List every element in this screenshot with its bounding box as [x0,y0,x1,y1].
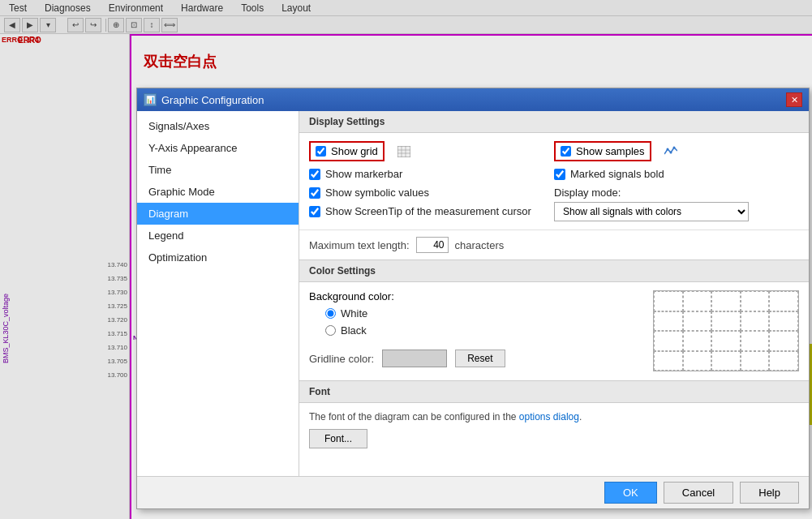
nav-graphic-mode[interactable]: Graphic Mode [137,181,299,203]
show-screentip-label[interactable]: Show ScreenTip of the measurement cursor [325,205,531,217]
dialog-icon: 📊 [144,93,157,106]
help-button[interactable]: Help [740,482,799,504]
marked-signals-checkbox[interactable] [554,169,565,180]
dialog-body: Signals/Axes Y-Axis Appearance Time Grap… [137,111,809,476]
settings-col-left: Show grid [309,141,554,221]
radio-group: White Black [325,307,637,337]
preview-cell [683,311,712,332]
svg-point-6 [669,151,672,153]
white-label[interactable]: White [341,307,367,320]
nav-diagram[interactable]: Diagram [137,203,299,225]
dialog-title-left: 📊 Graphic Configuration [144,93,264,106]
show-markerbar-checkbox[interactable] [309,169,320,180]
svg-point-5 [666,148,668,150]
preview-cell [741,291,770,311]
nav-y-axis[interactable]: Y-Axis Appearance [137,137,299,159]
dialog-titlebar: 📊 Graphic Configuration ✕ [137,88,809,111]
dialog-close-button[interactable]: ✕ [786,92,802,107]
show-grid-label[interactable]: Show grid [331,145,378,157]
show-samples-row: Show samples [554,141,799,161]
show-grid-row: Show grid [309,141,554,161]
show-symbolic-row: Show symbolic values [309,187,554,199]
preview-cell [711,331,741,351]
preview-cell [711,351,741,371]
svg-point-7 [672,146,675,148]
preview-cell [654,311,683,332]
preview-cell [683,331,712,351]
show-grid-checkbox[interactable] [316,146,326,157]
dialog-right-content: Display Settings Show grid [299,111,809,476]
graphic-config-dialog: 📊 Graphic Configuration ✕ Signals/Axes Y… [136,88,810,509]
svg-rect-0 [397,146,410,157]
display-settings-grid: Show grid [299,133,809,229]
show-grid-highlighted: Show grid [309,141,385,161]
preview-cell [683,291,712,311]
nav-legend[interactable]: Legend [137,225,299,247]
preview-cell [711,291,741,311]
nav-time[interactable]: Time [137,159,299,181]
bg-color-row: Background color: [309,290,637,302]
max-text-unit: characters [455,239,505,251]
nav-signals-axes[interactable]: Signals/Axes [137,115,299,137]
show-screentip-checkbox[interactable] [309,206,320,217]
dialog-nav: Signals/Axes Y-Axis Appearance Time Grap… [137,111,299,476]
reset-button[interactable]: Reset [455,350,505,367]
display-mode-section: Display mode: Show all signals with colo… [554,187,799,221]
show-samples-label[interactable]: Show samples [576,145,645,157]
font-description: The font of the diagram can be configure… [309,411,799,422]
color-options: Background color: White Black Grid [309,290,637,372]
nav-optimization[interactable]: Optimization [137,247,299,268]
black-radio-row: Black [325,324,637,337]
color-settings-body: Background color: White Black Grid [299,282,809,380]
display-mode-label: Display mode: [554,187,799,199]
preview-cell [741,331,770,351]
preview-cell [654,291,683,311]
gridline-color-swatch[interactable] [382,350,447,367]
bg-color-label: Background color: [309,290,394,302]
font-header: Font [299,380,809,403]
color-settings-header: Color Settings [299,260,809,282]
show-symbolic-checkbox[interactable] [309,187,320,199]
font-body: The font of the diagram can be configure… [299,403,809,457]
preview-cell [654,351,683,371]
preview-cell [769,331,798,351]
show-samples-highlighted: Show samples [554,141,651,161]
samples-icon [663,145,679,158]
preview-cell [769,351,798,371]
dialog-title: Graphic Configuration [161,94,264,106]
preview-cell [769,311,798,332]
max-text-input[interactable] [416,237,449,253]
white-radio[interactable] [325,308,336,319]
preview-cell [769,291,798,311]
preview-grid [653,290,799,371]
marked-signals-row: Marked signals bold [554,168,799,180]
show-symbolic-label[interactable]: Show symbolic values [325,187,429,199]
preview-cell [741,351,770,371]
show-markerbar-row: Show markerbar [309,168,554,180]
font-button[interactable]: Font... [309,429,367,448]
preview-cell [741,311,770,332]
display-mode-select[interactable]: Show all signals with colors Show all si… [554,202,749,221]
cancel-button[interactable]: Cancel [664,482,733,504]
white-radio-row: White [325,307,637,320]
font-options-link[interactable]: options dialog [519,411,579,422]
preview-cell [683,351,712,371]
max-text-row: Maximum text length: characters [299,229,809,260]
marked-signals-label[interactable]: Marked signals bold [570,168,664,180]
display-settings-header: Display Settings [299,111,809,133]
gridline-row: Gridline color: Reset [309,345,637,372]
grid-icon [396,145,412,158]
max-text-label: Maximum text length: [309,239,410,251]
preview-area [653,290,799,372]
show-markerbar-label[interactable]: Show markerbar [325,168,402,180]
dialog-footer: OK Cancel Help [137,476,809,508]
preview-cell [654,331,683,351]
black-label[interactable]: Black [341,324,367,337]
gridline-label: Gridline color: [309,353,374,365]
show-screentip-row: Show ScreenTip of the measurement cursor [309,205,554,217]
preview-cell [711,311,741,332]
ok-button[interactable]: OK [604,482,657,504]
black-radio[interactable] [325,325,336,336]
show-samples-checkbox[interactable] [561,146,571,157]
settings-col-right: Show samples [554,141,799,221]
